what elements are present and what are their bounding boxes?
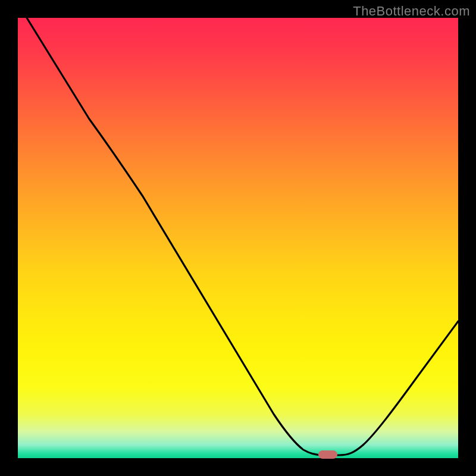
optimal-marker bbox=[318, 450, 337, 459]
bottleneck-curve bbox=[18, 18, 458, 458]
curve-path bbox=[27, 18, 458, 455]
watermark-text: TheBottleneck.com bbox=[353, 4, 470, 19]
chart-frame: TheBottleneck.com bbox=[0, 0, 476, 476]
